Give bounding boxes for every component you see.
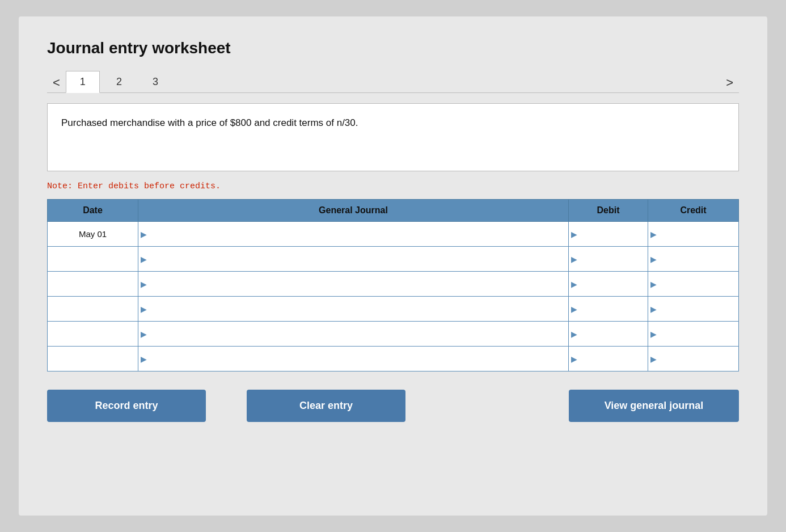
view-general-journal-button[interactable]: View general journal: [569, 390, 739, 422]
journal-cell-3[interactable]: ▶: [138, 297, 569, 322]
debit-cell-3[interactable]: ▶: [569, 297, 648, 322]
journal-cell-4[interactable]: ▶: [138, 322, 569, 347]
credit-cell-4[interactable]: ▶: [648, 322, 739, 347]
debit-input-4[interactable]: [578, 327, 648, 341]
debit-arrow-4: ▶: [571, 330, 577, 339]
page-title: Journal entry worksheet: [47, 39, 739, 57]
journal-arrow-1: ▶: [141, 255, 147, 264]
table-row: May 01▶▶▶: [48, 222, 739, 247]
journal-arrow-0: ▶: [141, 230, 147, 239]
debit-arrow-2: ▶: [571, 280, 577, 289]
main-container: Journal entry worksheet < 1 2 3 > Purcha…: [19, 16, 767, 516]
tab-2[interactable]: 2: [102, 71, 136, 92]
journal-arrow-5: ▶: [141, 354, 147, 364]
date-cell-3: [48, 297, 138, 322]
debit-input-3[interactable]: [578, 302, 648, 316]
journal-cell-1[interactable]: ▶: [138, 247, 569, 272]
credit-cell-2[interactable]: ▶: [648, 272, 739, 297]
journal-input-5[interactable]: [148, 352, 568, 366]
journal-input-3[interactable]: [148, 302, 568, 316]
journal-arrow-4: ▶: [141, 330, 147, 339]
debit-input-0[interactable]: [578, 227, 648, 241]
credit-arrow-0: ▶: [650, 230, 657, 239]
journal-arrow-2: ▶: [141, 280, 147, 289]
debit-input-2[interactable]: [578, 277, 648, 291]
next-arrow[interactable]: >: [720, 73, 739, 92]
debit-cell-1[interactable]: ▶: [569, 247, 648, 272]
tab-1[interactable]: 1: [66, 71, 100, 93]
date-cell-4: [48, 322, 138, 347]
table-row: ▶▶▶: [48, 272, 739, 297]
journal-table: Date General Journal Debit Credit May 01…: [47, 199, 739, 371]
credit-input-5[interactable]: [658, 352, 738, 366]
description-box: Purchased merchandise with a price of $8…: [47, 103, 739, 171]
debit-cell-0[interactable]: ▶: [569, 222, 648, 247]
date-cell-0: May 01: [48, 222, 138, 247]
clear-entry-button[interactable]: Clear entry: [247, 390, 405, 422]
record-entry-button[interactable]: Record entry: [47, 390, 206, 422]
credit-cell-3[interactable]: ▶: [648, 297, 739, 322]
debit-arrow-1: ▶: [571, 255, 577, 264]
credit-arrow-3: ▶: [650, 305, 657, 314]
journal-arrow-3: ▶: [141, 305, 147, 314]
table-row: ▶▶▶: [48, 347, 739, 371]
debit-arrow-0: ▶: [571, 230, 577, 239]
debit-input-5[interactable]: [578, 352, 648, 366]
table-row: ▶▶▶: [48, 297, 739, 322]
date-cell-1: [48, 247, 138, 272]
debit-arrow-3: ▶: [571, 305, 577, 314]
credit-arrow-4: ▶: [650, 330, 657, 339]
credit-input-1[interactable]: [658, 252, 738, 266]
debit-input-1[interactable]: [578, 252, 648, 266]
journal-input-2[interactable]: [148, 277, 568, 291]
date-cell-2: [48, 272, 138, 297]
header-credit: Credit: [648, 200, 739, 222]
debit-cell-2[interactable]: ▶: [569, 272, 648, 297]
prev-arrow[interactable]: <: [47, 73, 66, 92]
debit-arrow-5: ▶: [571, 354, 577, 364]
description-text: Purchased merchandise with a price of $8…: [61, 117, 358, 128]
journal-input-4[interactable]: [148, 327, 568, 341]
journal-cell-5[interactable]: ▶: [138, 347, 569, 371]
header-journal: General Journal: [138, 200, 569, 222]
journal-input-1[interactable]: [148, 252, 568, 266]
journal-cell-0[interactable]: ▶: [138, 222, 569, 247]
note-text: Note: Enter debits before credits.: [47, 181, 739, 191]
buttons-row: Record entry Clear entry View general jo…: [47, 390, 739, 422]
journal-cell-2[interactable]: ▶: [138, 272, 569, 297]
credit-arrow-2: ▶: [650, 280, 657, 289]
debit-cell-4[interactable]: ▶: [569, 322, 648, 347]
credit-cell-5[interactable]: ▶: [648, 347, 739, 371]
header-date: Date: [48, 200, 138, 222]
tabs-container: < 1 2 3 >: [47, 71, 739, 93]
journal-input-0[interactable]: [148, 227, 568, 241]
debit-cell-5[interactable]: ▶: [569, 347, 648, 371]
credit-input-4[interactable]: [658, 327, 738, 341]
credit-input-0[interactable]: [658, 227, 738, 241]
tab-3[interactable]: 3: [138, 71, 172, 92]
header-debit: Debit: [569, 200, 648, 222]
table-row: ▶▶▶: [48, 322, 739, 347]
credit-input-2[interactable]: [658, 277, 738, 291]
credit-arrow-5: ▶: [650, 354, 657, 364]
date-cell-5: [48, 347, 138, 371]
credit-arrow-1: ▶: [650, 255, 657, 264]
credit-input-3[interactable]: [658, 302, 738, 316]
credit-cell-0[interactable]: ▶: [648, 222, 739, 247]
table-row: ▶▶▶: [48, 247, 739, 272]
credit-cell-1[interactable]: ▶: [648, 247, 739, 272]
